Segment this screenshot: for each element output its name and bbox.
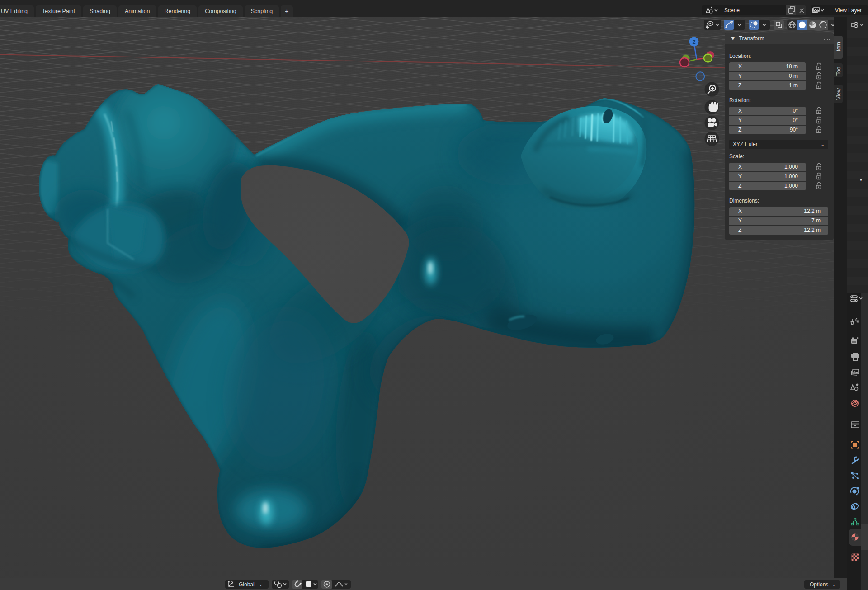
- svg-text:Z: Z: [693, 39, 696, 45]
